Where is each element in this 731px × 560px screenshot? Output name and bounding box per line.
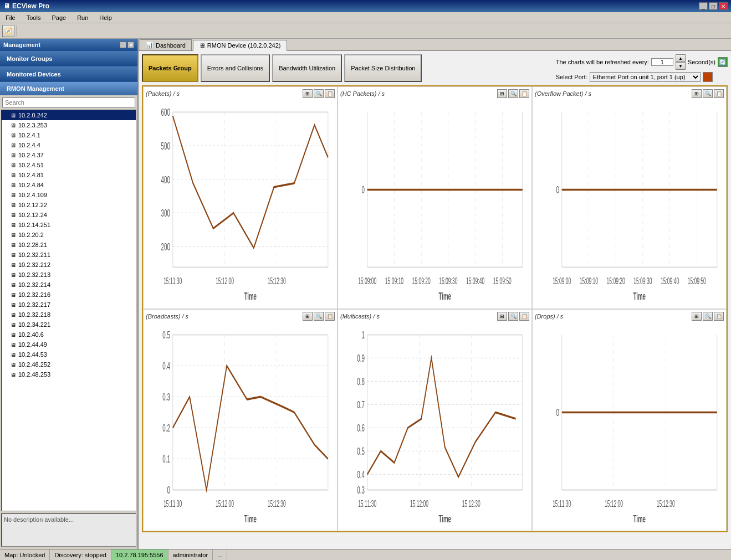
chart-hc-packets: (HC Packets) / s ⊞ 🔍 📋 xyxy=(338,86,532,309)
svg-text:0: 0 xyxy=(361,184,364,196)
chart-overflow-expand[interactable]: ⊞ xyxy=(692,89,702,98)
panel-close[interactable]: ✕ xyxy=(127,42,134,48)
tree-item-10.2.48.252[interactable]: 🖥10.2.48.252 xyxy=(2,359,136,369)
tree-item-10.2.32.216[interactable]: 🖥10.2.32.216 xyxy=(2,290,136,300)
svg-text:15:12:00: 15:12:00 xyxy=(605,498,623,508)
menu-tools[interactable]: Tools xyxy=(23,14,44,22)
panel-minimize[interactable]: _ xyxy=(120,42,126,48)
tree-item-10.2.32.214[interactable]: 🖥10.2.32.214 xyxy=(2,280,136,290)
tree-item-10.2.3.253[interactable]: 🖥10.2.3.253 xyxy=(2,120,136,130)
toolbar-nav-icon[interactable]: 🧭 xyxy=(2,25,14,37)
tree-item-10.2.4.1[interactable]: 🖥10.2.4.1 xyxy=(2,130,136,140)
port-select[interactable]: Ethernet Port on unit 1, port 1 (up) xyxy=(590,72,701,82)
tree-item-10.2.40.6[interactable]: 🖥10.2.40.6 xyxy=(2,330,136,340)
chart-multicasts-title: (Multicasts) / s xyxy=(340,313,380,320)
svg-text:15:09:50: 15:09:50 xyxy=(493,276,512,286)
maximize-button[interactable]: □ xyxy=(709,2,718,10)
tree-item-10.2.14.251[interactable]: 🖥10.2.14.251 xyxy=(2,220,136,230)
device-icon: 🖥 xyxy=(11,272,16,278)
chart-overflow-zoom[interactable]: 🔍 xyxy=(703,89,713,98)
chart-broadcasts-expand[interactable]: ⊞ xyxy=(303,312,313,321)
tree-item-10.2.32.212[interactable]: 🖥10.2.32.212 xyxy=(2,260,136,270)
close-button[interactable]: ✕ xyxy=(719,2,728,10)
chart-drops-expand[interactable]: ⊞ xyxy=(692,312,702,321)
device-icon: 🖥 xyxy=(11,192,16,198)
status-user: administrator xyxy=(168,549,213,560)
dashboard-label: Dashboard xyxy=(156,42,186,49)
nav-monitor-groups[interactable]: Monitor Groups xyxy=(0,51,137,66)
tree-item-10.2.4.51[interactable]: 🖥10.2.4.51 xyxy=(2,160,136,170)
chart-multicasts-export[interactable]: 📋 xyxy=(519,312,529,321)
btn-packet-size-dist[interactable]: Packet Size Distribution xyxy=(344,54,422,82)
tree-item-10.2.12.22[interactable]: 🖥10.2.12.22 xyxy=(2,200,136,210)
chart-multicasts-zoom[interactable]: 🔍 xyxy=(508,312,518,321)
chart-packets-zoom[interactable]: 🔍 xyxy=(314,89,324,98)
tree-item-10.2.32.217[interactable]: 🖥10.2.32.217 xyxy=(2,300,136,310)
chart-button-group: Packets Group Errors and Collisions Band… xyxy=(142,54,728,82)
svg-text:Time: Time xyxy=(244,291,257,302)
device-icon: 🖥 xyxy=(11,182,16,188)
menu-run[interactable]: Run xyxy=(74,14,91,22)
dashboard-icon: 📊 xyxy=(146,42,154,49)
nav-monitored-devices[interactable]: Monitored Devices xyxy=(0,66,137,82)
tree-item-10.2.12.24[interactable]: 🖥10.2.12.24 xyxy=(2,210,136,220)
chart-overflow-export[interactable]: 📋 xyxy=(714,89,724,98)
chart-hc-area: 0 15:09:00 15:09:10 15:09:20 15:09:30 15… xyxy=(340,99,529,306)
search-input[interactable] xyxy=(2,97,135,107)
tree-item-10.2.44.53[interactable]: 🖥10.2.44.53 xyxy=(2,350,136,359)
chart-drops-export[interactable]: 📋 xyxy=(714,312,724,321)
chart-overflow-title: (Overflow Packet) / s xyxy=(535,90,591,97)
tree-item-10.2.34.221[interactable]: 🖥10.2.34.221 xyxy=(2,320,136,330)
tree-item-10.2.4.4[interactable]: 🖥10.2.4.4 xyxy=(2,140,136,150)
chart-overflow-area: 0 15:09:00 15:09:10 15:09:20 15:09:30 15… xyxy=(535,99,724,306)
svg-text:15:09:30: 15:09:30 xyxy=(633,276,652,286)
chart-hc-expand[interactable]: ⊞ xyxy=(497,89,507,98)
tree-item-10.2.48.253[interactable]: 🖥10.2.48.253 xyxy=(2,369,136,379)
svg-text:1: 1 xyxy=(361,330,364,341)
chart-packets-export[interactable]: 📋 xyxy=(325,89,335,98)
chart-hc-export[interactable]: 📋 xyxy=(519,89,529,98)
btn-packets-group[interactable]: Packets Group xyxy=(142,54,198,82)
tab-dashboard[interactable]: 📊 Dashboard xyxy=(140,39,192,50)
tree-item-10.2.32.211[interactable]: 🖥10.2.32.211 xyxy=(2,250,136,260)
chart-multicasts-expand[interactable]: ⊞ xyxy=(497,312,507,321)
svg-text:15:12:00: 15:12:00 xyxy=(410,498,428,508)
refresh-value-input[interactable] xyxy=(651,58,673,66)
tree-item-10.2.32.218[interactable]: 🖥10.2.32.218 xyxy=(2,310,136,320)
menu-file[interactable]: File xyxy=(2,14,19,22)
menu-page[interactable]: Page xyxy=(48,14,69,22)
svg-text:0.5: 0.5 xyxy=(357,446,365,457)
tree-item-10.2.32.213[interactable]: 🖥10.2.32.213 xyxy=(2,270,136,280)
tree-item-10.2.0.242[interactable]: 🖥10.2.0.242 xyxy=(2,110,136,120)
chart-broadcasts-area: 0.5 0.4 0.3 0.2 0.1 0 15:11:30 15:12:00 … xyxy=(146,322,335,529)
svg-text:0.5: 0.5 xyxy=(162,330,170,341)
chart-hc-zoom[interactable]: 🔍 xyxy=(508,89,518,98)
chart-packets-expand[interactable]: ⊞ xyxy=(303,89,313,98)
tree-item-10.2.20.2[interactable]: 🖥10.2.20.2 xyxy=(2,230,136,240)
chart-broadcasts-zoom[interactable]: 🔍 xyxy=(314,312,324,321)
tree-item-10.2.4.81[interactable]: 🖥10.2.4.81 xyxy=(2,170,136,180)
device-icon: 🖥 xyxy=(11,202,16,208)
refresh-icon[interactable]: 🔄 xyxy=(718,57,728,67)
device-icon: 🖥 xyxy=(11,342,16,348)
btn-bandwidth-utilization[interactable]: Bandwidth Utilization xyxy=(272,54,342,82)
chart-broadcasts-export[interactable]: 📋 xyxy=(325,312,335,321)
chart-drops-zoom[interactable]: 🔍 xyxy=(703,312,713,321)
tab-rmon[interactable]: 🖥 RMON Device (10.2.0.242) xyxy=(193,40,287,51)
menu-help[interactable]: Help xyxy=(96,14,115,22)
svg-text:0: 0 xyxy=(167,485,170,496)
tab-bar: 📊 Dashboard 🖥 RMON Device (10.2.0.242) xyxy=(139,39,731,51)
btn-errors-collisions[interactable]: Errors and Collisions xyxy=(201,54,270,82)
svg-text:15:09:20: 15:09:20 xyxy=(607,276,625,286)
tree-item-10.2.4.84[interactable]: 🖥10.2.4.84 xyxy=(2,180,136,190)
tree-item-10.2.28.21[interactable]: 🖥10.2.28.21 xyxy=(2,240,136,250)
device-icon: 🖥 xyxy=(11,312,16,318)
tree-item-10.2.4.37[interactable]: 🖥10.2.4.37 xyxy=(2,150,136,160)
svg-text:300: 300 xyxy=(161,208,170,219)
tree-item-10.2.44.49[interactable]: 🖥10.2.44.49 xyxy=(2,340,136,350)
tree-item-10.2.4.109[interactable]: 🖥10.2.4.109 xyxy=(2,190,136,200)
minimize-button[interactable]: _ xyxy=(699,2,708,10)
port-label: Select Port: xyxy=(556,74,587,80)
refresh-down-button[interactable]: ▼ xyxy=(676,62,686,70)
refresh-up-button[interactable]: ▲ xyxy=(676,54,686,62)
